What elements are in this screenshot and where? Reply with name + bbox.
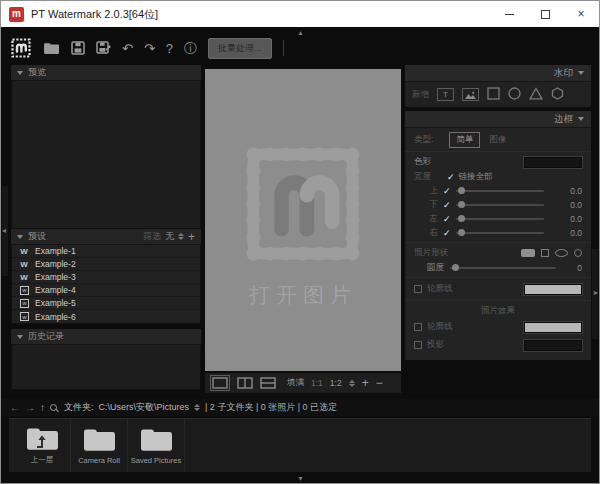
stamp-icon: w: [20, 299, 29, 308]
nav-forward-button[interactable]: →: [25, 402, 35, 413]
add-circle-button[interactable]: [508, 86, 521, 104]
shadow-checkbox[interactable]: [414, 341, 422, 349]
collapse-left-arrow[interactable]: ◂: [2, 227, 6, 235]
preset-item[interactable]: W Example-2: [12, 258, 200, 271]
left-width-slider[interactable]: [456, 218, 544, 220]
preset-item[interactable]: w Example-4: [12, 284, 200, 297]
right-checkbox[interactable]: ✓: [443, 229, 451, 238]
view-single-button[interactable]: [210, 375, 230, 391]
folder-tile-camera-roll[interactable]: Camera Roll: [71, 419, 128, 472]
zoom-1to2-button[interactable]: 1:2: [330, 378, 342, 388]
add-text-watermark-button[interactable]: T: [437, 88, 454, 101]
preset-label: Example-4: [35, 285, 76, 295]
outline-color-swatch[interactable]: [524, 284, 582, 295]
close-button[interactable]: ×: [563, 1, 599, 27]
save-button[interactable]: [71, 41, 85, 55]
shadow-label: 投影: [427, 339, 444, 351]
toolbar-separator: [283, 40, 284, 56]
open-image-hint: 打开图片: [249, 281, 357, 309]
preset-item[interactable]: w Example-6: [12, 310, 200, 323]
outline-checkbox[interactable]: [414, 285, 422, 293]
help-button[interactable]: ?: [166, 42, 173, 55]
collapse-top-arrow[interactable]: ▲: [297, 29, 304, 36]
collapse-bottom-arrow[interactable]: ▼: [297, 475, 304, 482]
slider-knob[interactable]: [452, 264, 459, 271]
border-width-right-row: 右 ✓ 0.0: [405, 226, 591, 240]
effect-outline-checkbox[interactable]: [414, 323, 422, 331]
border-type-simple-tab[interactable]: 简单: [449, 132, 480, 148]
zoom-1to1-button[interactable]: 1:1: [311, 378, 323, 388]
zoom-fill-button[interactable]: 填满: [287, 377, 304, 389]
add-preset-button[interactable]: +: [188, 230, 195, 244]
zoom-ratio-spinner-icon[interactable]: [349, 380, 355, 387]
bottom-checkbox[interactable]: ✓: [443, 201, 451, 210]
preview-section-header[interactable]: 预览: [11, 65, 201, 81]
search-icon[interactable]: [50, 404, 57, 411]
slider-knob[interactable]: [458, 187, 465, 194]
presets-section-header[interactable]: 预设 筛选 无 +: [11, 229, 201, 245]
view-split-vertical-button[interactable]: [237, 377, 253, 389]
slider-knob[interactable]: [458, 201, 465, 208]
left-checkbox[interactable]: ✓: [443, 215, 451, 224]
folder-icon: [82, 427, 117, 453]
preset-label: Example-5: [35, 298, 76, 308]
add-image-watermark-button[interactable]: [462, 88, 479, 101]
title-bar: m PT Watermark 2.0.3[64位] ×: [1, 1, 599, 27]
effect-outline-color-swatch[interactable]: [524, 322, 582, 333]
w-letter-icon: W: [19, 260, 29, 269]
zoom-out-button[interactable]: −: [376, 376, 383, 390]
folder-tile-saved-pictures[interactable]: Saved Pictures: [128, 419, 185, 472]
save-as-button[interactable]: [96, 41, 111, 55]
shape-square-button[interactable]: [541, 249, 549, 257]
slider-knob[interactable]: [458, 215, 465, 222]
border-section-header[interactable]: 边框: [405, 111, 591, 127]
border-color-swatch[interactable]: [524, 157, 582, 168]
folder-icon: [139, 427, 174, 453]
nav-back-button[interactable]: ←: [10, 402, 20, 413]
path-spinner-icon[interactable]: [194, 404, 200, 411]
view-split-horizontal-button[interactable]: [260, 377, 276, 389]
bottom-width-slider[interactable]: [456, 204, 544, 206]
top-width-slider[interactable]: [456, 190, 544, 192]
roundness-slider[interactable]: [450, 267, 556, 269]
shape-rounded-rect-button[interactable]: [521, 249, 535, 257]
add-rectangle-button[interactable]: [487, 86, 500, 104]
preset-label: Example-3: [35, 272, 76, 282]
batch-process-button[interactable]: 批量处理...: [208, 38, 272, 59]
redo-button[interactable]: ↷: [144, 42, 155, 55]
divider: [405, 300, 591, 301]
app-logo-icon: m: [9, 7, 24, 22]
slider-label: 上: [429, 185, 438, 197]
shape-circle-button[interactable]: [574, 249, 582, 257]
history-section-header[interactable]: 历史记录: [11, 329, 201, 345]
preset-list: W Example-1 W Example-2 W Example-3 w Ex…: [11, 245, 201, 324]
collapse-right-arrow[interactable]: ▸: [594, 289, 598, 297]
filter-spinner-icon[interactable]: [178, 233, 184, 240]
info-button[interactable]: ⓘ: [184, 42, 197, 55]
slider-knob[interactable]: [458, 229, 465, 236]
minimize-button[interactable]: [491, 1, 527, 27]
undo-button[interactable]: ↶: [122, 42, 133, 55]
chevron-down-icon: [17, 71, 23, 75]
top-checkbox[interactable]: ✓: [443, 187, 451, 196]
filter-value[interactable]: 无: [165, 230, 174, 243]
zoom-in-button[interactable]: +: [362, 376, 369, 390]
border-width-top-row: 上 ✓ 0.0: [405, 184, 591, 198]
preset-item[interactable]: W Example-3: [12, 271, 200, 284]
folder-up-tile[interactable]: 上一层: [14, 419, 71, 472]
border-type-image-tab[interactable]: 图像: [489, 134, 506, 146]
preset-item[interactable]: w Example-5: [12, 297, 200, 310]
right-width-slider[interactable]: [456, 232, 544, 234]
preset-item[interactable]: W Example-1: [12, 245, 200, 258]
shadow-color-swatch[interactable]: [524, 340, 582, 351]
link-all-checkbox[interactable]: ✓: [447, 173, 455, 182]
nav-up-button[interactable]: ↑: [40, 402, 45, 413]
add-polygon-button[interactable]: [551, 86, 564, 104]
folder-path[interactable]: C:\Users\安敬\Pictures: [99, 401, 190, 414]
watermark-section-header[interactable]: 水印: [405, 65, 591, 81]
add-triangle-button[interactable]: [529, 86, 543, 104]
open-folder-button[interactable]: [43, 42, 60, 55]
image-canvas[interactable]: 打开图片: [205, 69, 401, 371]
maximize-button[interactable]: [527, 1, 563, 27]
shape-ellipse-button[interactable]: [555, 249, 568, 257]
